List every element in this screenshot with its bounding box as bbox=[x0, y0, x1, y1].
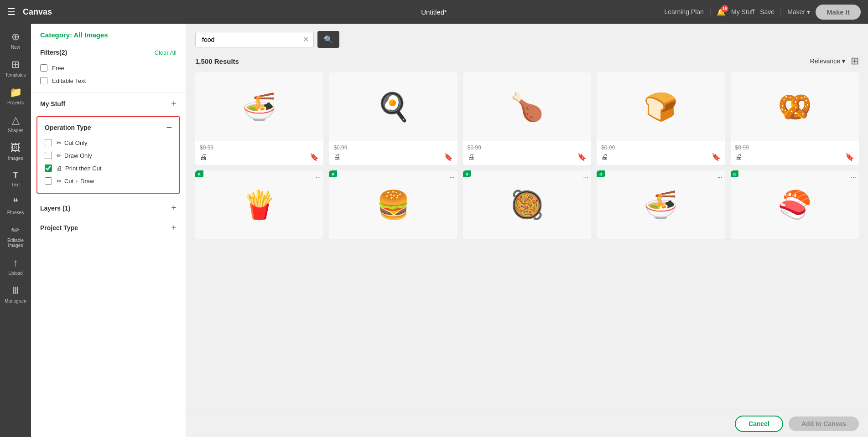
print-icon[interactable]: 🖨 bbox=[468, 153, 475, 161]
search-bar: ✕ 🔍 bbox=[195, 31, 859, 48]
project-type-section[interactable]: Project Type + bbox=[31, 217, 186, 236]
operation-type-box: Operation Type − ✂ Cut Only ✏ Draw Only … bbox=[36, 116, 180, 194]
filter-section-checkboxes: Free Editable Text bbox=[31, 58, 186, 93]
make-it-button[interactable]: Make It bbox=[816, 5, 861, 20]
chevron-down-icon: ▾ bbox=[842, 57, 845, 65]
card-image[interactable]: 🍜 bbox=[597, 170, 725, 239]
more-options-button[interactable]: ··· bbox=[851, 173, 856, 180]
sort-relevance-button[interactable]: Relevance ▾ bbox=[810, 57, 845, 65]
sidebar-item-label: Templates bbox=[5, 72, 26, 77]
filter-header: Category: All Images bbox=[31, 24, 186, 43]
save-button[interactable]: Save bbox=[760, 8, 774, 15]
bookmark-icon[interactable]: 🔖 bbox=[712, 153, 721, 161]
card-badge: a bbox=[329, 170, 337, 177]
card-image[interactable]: 🍞 bbox=[597, 72, 725, 141]
editable-text-checkbox[interactable] bbox=[40, 77, 47, 84]
image-card: a ··· 🍜 bbox=[597, 170, 725, 239]
my-stuff-section[interactable]: My Stuff + bbox=[31, 93, 186, 113]
maker-label: Maker bbox=[787, 8, 805, 15]
bottom-bar: Cancel Add to Canvas bbox=[186, 410, 868, 437]
more-options-button[interactable]: ··· bbox=[717, 173, 722, 180]
bookmark-icon[interactable]: 🔖 bbox=[444, 153, 453, 161]
maker-dropdown[interactable]: Maker ▾ bbox=[787, 8, 810, 15]
sidebar-item-monogram[interactable]: Ⅲ Monogram bbox=[0, 281, 31, 307]
my-stuff-toggle[interactable]: + bbox=[171, 98, 177, 109]
card-image[interactable]: 🍟 bbox=[195, 170, 323, 239]
my-stuff-link[interactable]: My Stuff bbox=[731, 8, 754, 15]
sidebar-item-projects[interactable]: 📁 Projects bbox=[0, 83, 31, 109]
clear-search-button[interactable]: ✕ bbox=[303, 35, 309, 44]
image-card: a ··· 🥘 bbox=[463, 170, 591, 239]
operation-type-toggle[interactable]: − bbox=[166, 123, 172, 133]
project-type-title: Project Type bbox=[40, 224, 78, 231]
filter-panel: Category: All Images Filters(2) Clear Al… bbox=[31, 24, 186, 437]
print-icon[interactable]: 🖨 bbox=[333, 153, 341, 161]
card-image[interactable]: 🍳 bbox=[329, 72, 457, 141]
grid-view-button[interactable]: ⊞ bbox=[851, 55, 859, 67]
card-image[interactable]: 🍗 bbox=[463, 72, 591, 141]
sidebar-item-label: New bbox=[11, 45, 20, 50]
card-image[interactable]: 🍣 bbox=[731, 170, 859, 239]
layers-toggle[interactable]: + bbox=[171, 203, 177, 213]
hamburger-icon[interactable]: ☰ bbox=[7, 6, 16, 17]
sidebar-item-new[interactable]: ⊕ New bbox=[0, 27, 31, 53]
search-input[interactable] bbox=[200, 32, 303, 47]
sidebar-item-label: Monogram bbox=[5, 298, 26, 303]
card-image[interactable]: 🥨 bbox=[731, 72, 859, 141]
sidebar-item-shapes[interactable]: △ Shapes bbox=[0, 111, 31, 137]
free-checkbox[interactable] bbox=[40, 64, 47, 72]
sidebar-item-templates[interactable]: ⊞ Templates bbox=[0, 55, 31, 81]
image-card: a ··· 🍣 bbox=[731, 170, 859, 239]
sidebar-item-images[interactable]: 🖼 Images bbox=[0, 139, 31, 165]
operation-type-title: Operation Type bbox=[45, 124, 91, 131]
layers-section[interactable]: Layers (1) + bbox=[31, 197, 186, 217]
card-price: $0.99 bbox=[200, 144, 319, 151]
sidebar-item-text[interactable]: T Text bbox=[0, 166, 31, 191]
more-options-button[interactable]: ··· bbox=[583, 173, 589, 180]
bookmark-icon[interactable]: 🔖 bbox=[577, 153, 587, 161]
learning-plan-link[interactable]: Learning Plan bbox=[664, 8, 703, 15]
print-icon[interactable]: 🖨 bbox=[601, 153, 608, 161]
draw-only-option: ✏ Draw Only bbox=[41, 149, 176, 162]
sidebar-item-upload[interactable]: ↑ Upload bbox=[0, 253, 31, 279]
add-to-canvas-button[interactable]: Add to Canvas bbox=[789, 416, 859, 431]
print-icon[interactable]: 🖨 bbox=[735, 153, 743, 161]
free-label: Free bbox=[52, 65, 64, 72]
bookmark-icon[interactable]: 🔖 bbox=[845, 153, 854, 161]
print-icon: 🖨 bbox=[57, 165, 62, 172]
search-button[interactable]: 🔍 bbox=[317, 31, 339, 48]
category-title: Category: All Images bbox=[40, 31, 108, 39]
clear-all-button[interactable]: Clear All bbox=[155, 49, 177, 56]
new-icon: ⊕ bbox=[11, 31, 20, 43]
sidebar-item-label: Shapes bbox=[8, 128, 23, 133]
bookmark-icon[interactable]: 🔖 bbox=[310, 153, 319, 161]
cut-only-checkbox[interactable] bbox=[45, 139, 52, 146]
sidebar-item-label: Text bbox=[11, 182, 20, 187]
card-price: $0.99 bbox=[601, 144, 720, 151]
sidebar-item-label: Images bbox=[8, 156, 23, 161]
card-badge: a bbox=[731, 170, 739, 177]
cut-only-icon: ✂ bbox=[57, 139, 62, 146]
card-image[interactable]: 🍔 bbox=[329, 170, 457, 239]
topnav: ☰ Canvas Untitled* Learning Plan | 🔔 19 … bbox=[0, 0, 868, 24]
filters-count: Filters(2) bbox=[40, 49, 67, 56]
more-options-button[interactable]: ··· bbox=[449, 173, 455, 180]
sidebar-item-phrases[interactable]: ❝ Phrases bbox=[0, 193, 31, 219]
more-options-button[interactable]: ··· bbox=[316, 173, 321, 180]
sort-label: Relevance bbox=[810, 57, 840, 65]
search-input-wrap: ✕ bbox=[195, 32, 314, 47]
print-then-cut-checkbox[interactable] bbox=[45, 165, 52, 172]
card-image[interactable]: 🍜 bbox=[195, 72, 323, 141]
project-type-toggle[interactable]: + bbox=[171, 222, 177, 233]
draw-only-checkbox[interactable] bbox=[45, 152, 52, 159]
notifications-button[interactable]: 🔔 19 bbox=[717, 8, 726, 16]
cut-draw-option: ✂ Cut + Draw bbox=[41, 175, 176, 187]
sidebar-item-editable-images[interactable]: ✏ Editable Images bbox=[0, 221, 31, 252]
card-image[interactable]: 🥘 bbox=[463, 170, 591, 239]
image-card: a ··· 🍟 bbox=[195, 170, 323, 239]
cancel-button[interactable]: Cancel bbox=[735, 416, 783, 432]
images-icon: 🖼 bbox=[10, 142, 21, 154]
filter-row: Filters(2) Clear All bbox=[31, 43, 186, 58]
print-icon[interactable]: 🖨 bbox=[200, 153, 207, 161]
cut-draw-checkbox[interactable] bbox=[45, 177, 52, 185]
